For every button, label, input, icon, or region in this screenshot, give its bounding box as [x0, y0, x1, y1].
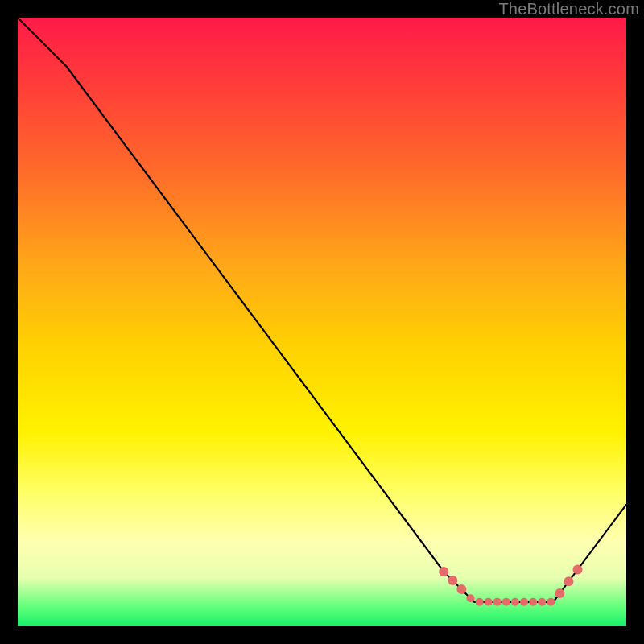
- curve-svg: [18, 18, 626, 626]
- highlight-marker: [520, 598, 528, 606]
- highlight-marker: [485, 598, 493, 606]
- highlight-marker: [467, 594, 475, 602]
- highlight-marker-group: [439, 564, 582, 605]
- highlight-marker: [502, 598, 510, 606]
- bottleneck-curve: [18, 18, 626, 602]
- highlight-marker: [547, 598, 555, 606]
- highlight-marker: [573, 564, 583, 574]
- highlight-marker: [476, 598, 484, 606]
- highlight-marker: [448, 576, 457, 585]
- attribution-text: TheBottleneck.com: [498, 0, 639, 19]
- gradient-plot-area: [18, 18, 626, 626]
- highlight-marker: [555, 588, 564, 598]
- highlight-marker: [564, 576, 573, 586]
- chart-frame: TheBottleneck.com: [0, 0, 644, 644]
- highlight-marker: [511, 598, 519, 606]
- highlight-marker: [538, 598, 546, 606]
- highlight-marker: [456, 584, 466, 594]
- highlight-marker: [529, 598, 537, 606]
- highlight-marker: [493, 598, 502, 606]
- highlight-marker: [439, 567, 448, 576]
